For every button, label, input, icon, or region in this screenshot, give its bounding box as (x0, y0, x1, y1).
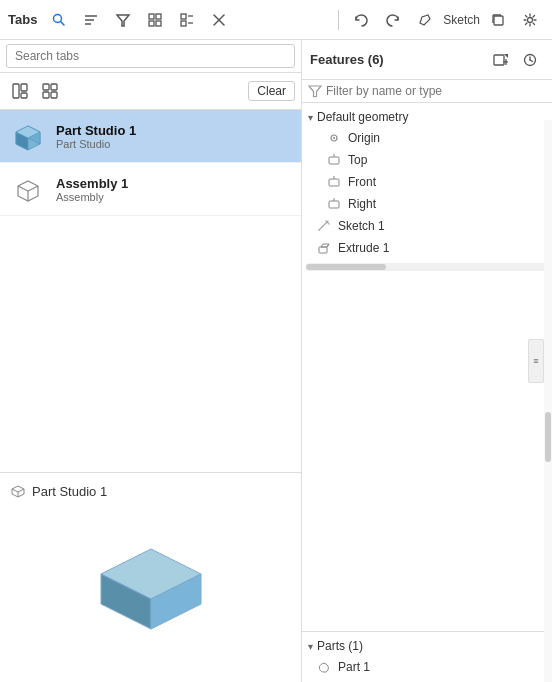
svg-rect-9 (156, 21, 161, 26)
app-title: Tabs (8, 12, 37, 27)
tab-item-assembly[interactable]: Assembly 1 Assembly (0, 163, 301, 216)
feature-add-icon (492, 52, 508, 68)
close-panel-button[interactable] (205, 6, 233, 34)
h-scrollbar[interactable] (306, 263, 548, 271)
tree-item-origin[interactable]: Origin (302, 127, 552, 149)
right-label: Right (348, 197, 376, 211)
tree-item-sketch1[interactable]: Sketch 1 (302, 215, 552, 237)
tree-item-top[interactable]: Top (302, 149, 552, 171)
redo-icon (385, 12, 401, 28)
svg-line-35 (18, 489, 24, 492)
tree-item-right[interactable]: Right (302, 193, 552, 215)
assembly-info: Assembly 1 Assembly (56, 176, 128, 203)
sort-icon (83, 12, 99, 28)
svg-rect-7 (156, 14, 161, 19)
sketch-button[interactable] (411, 6, 439, 34)
svg-marker-47 (309, 86, 321, 97)
plane-icon-right (327, 197, 341, 211)
plane-front-icon (326, 174, 342, 190)
undo-button[interactable] (347, 6, 375, 34)
filter-icon (115, 12, 131, 28)
tab-toolbar-icons (6, 77, 64, 105)
svg-point-49 (333, 137, 335, 139)
redo-button[interactable] (379, 6, 407, 34)
preview-title: Part Studio 1 (10, 483, 291, 499)
top-label: Top (348, 153, 367, 167)
svg-rect-23 (43, 92, 49, 98)
assembly-type: Assembly (56, 191, 128, 203)
tree-section-default-geometry[interactable]: ▾ Default geometry (302, 107, 552, 127)
v-scrollbar-thumb[interactable] (545, 412, 551, 462)
right-collapse-tab[interactable]: ≡ (528, 339, 544, 383)
tab-icon-button-1[interactable] (6, 77, 34, 105)
tab-list: Part Studio 1 Part Studio Assembly (0, 110, 301, 472)
undo-icon (353, 12, 369, 28)
tab-layout-icon-1 (11, 82, 29, 100)
filter-button[interactable] (109, 6, 137, 34)
tab-list-toolbar: Clear (0, 73, 301, 110)
svg-marker-5 (117, 15, 129, 26)
svg-rect-12 (181, 21, 186, 26)
feature-filter-input[interactable] (326, 84, 546, 98)
svg-rect-21 (43, 84, 49, 90)
feature-clock-button[interactable] (516, 46, 544, 74)
tab-icon-button-2[interactable] (36, 77, 64, 105)
search-bar (0, 40, 301, 73)
svg-rect-20 (21, 93, 27, 98)
preview-3d-shape (71, 529, 231, 649)
svg-rect-40 (494, 55, 504, 65)
origin-dot-icon (328, 132, 340, 144)
part-studio-info: Part Studio 1 Part Studio (56, 123, 136, 150)
tree-item-part1[interactable]: Part 1 (302, 656, 552, 678)
left-panel: Clear Part Studio 1 Part (0, 40, 302, 682)
part-studio-name: Part Studio 1 (56, 123, 136, 138)
parts-title: Parts (1) (317, 639, 363, 653)
svg-rect-10 (181, 14, 186, 19)
tree-item-extrude1[interactable]: Extrude 1 (302, 237, 552, 259)
section-name: Default geometry (317, 110, 408, 124)
extrude1-label: Extrude 1 (338, 241, 389, 255)
clear-button[interactable]: Clear (248, 81, 295, 101)
right-toolbar-icons (486, 46, 544, 74)
copy-button[interactable] (484, 6, 512, 34)
svg-rect-52 (329, 179, 339, 186)
svg-line-34 (12, 489, 18, 492)
features-filter (302, 80, 552, 103)
v-scrollbar[interactable] (544, 120, 552, 682)
preview-title-text: Part Studio 1 (32, 484, 107, 499)
svg-line-30 (18, 186, 28, 191)
feature-list-button[interactable] (486, 46, 514, 74)
sort-button[interactable] (77, 6, 105, 34)
tab-item-part-studio[interactable]: Part Studio 1 Part Studio (0, 110, 301, 163)
svg-rect-19 (21, 84, 27, 91)
search-icon (51, 12, 67, 28)
h-scrollbar-thumb[interactable] (306, 264, 386, 270)
svg-rect-8 (149, 21, 154, 26)
pencil-sketch-icon (317, 219, 331, 233)
tree-section-parts[interactable]: ▾ Parts (1) (302, 636, 552, 656)
svg-rect-16 (494, 16, 503, 25)
assembly-3d-icon (10, 171, 46, 207)
preview-canvas (10, 505, 291, 672)
plane-icon-top (327, 153, 341, 167)
search-button[interactable] (45, 6, 73, 34)
settings-button[interactable] (516, 6, 544, 34)
origin-label: Origin (348, 131, 380, 145)
part-studio-3d-icon (10, 118, 46, 154)
h-scrollbar-track (306, 263, 548, 271)
grid-view-button[interactable] (141, 6, 169, 34)
toolbar-left: Tabs (8, 6, 330, 34)
chevron-down-icon: ▾ (308, 112, 313, 123)
clock-icon (522, 52, 538, 68)
sketch-label: Sketch (443, 13, 480, 27)
svg-rect-18 (13, 84, 19, 98)
extrude-shape-icon (317, 241, 331, 255)
search-input[interactable] (6, 44, 295, 68)
svg-rect-24 (51, 92, 57, 98)
list-view-button[interactable] (173, 6, 201, 34)
gear-icon (522, 12, 538, 28)
right-toolbar: Features (6) (302, 40, 552, 80)
assembly-name: Assembly 1 (56, 176, 128, 191)
svg-line-1 (61, 21, 64, 24)
tree-item-front[interactable]: Front (302, 171, 552, 193)
